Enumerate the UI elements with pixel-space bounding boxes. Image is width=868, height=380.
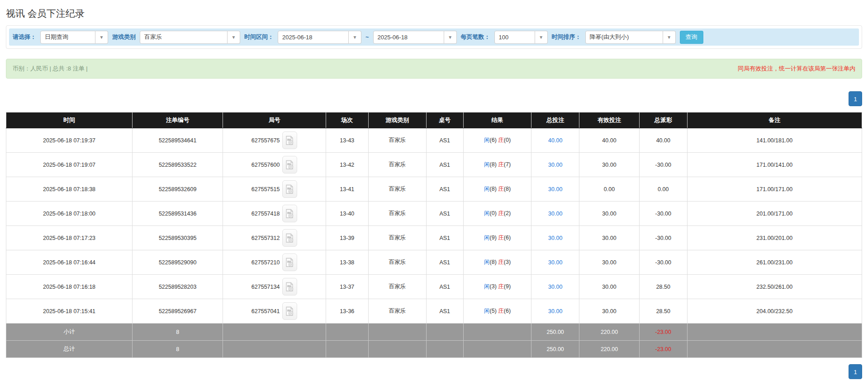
total-bet-link[interactable]: 30.00 xyxy=(548,284,562,290)
cell-game-type: 百家乐 xyxy=(368,128,426,153)
table-row: 2025-06-18 07:18:00 522589531436 6275574… xyxy=(6,202,862,226)
time-sort-value: 降幂(由大到小) xyxy=(585,31,663,44)
video-replay-button[interactable] xyxy=(282,302,297,320)
cell-valid-bet: 30.00 xyxy=(579,299,640,324)
cell-game-type: 百家乐 xyxy=(368,299,426,324)
cell-valid-bet: 30.00 xyxy=(579,202,640,226)
total-payout: -23.00 xyxy=(640,341,688,358)
cell-game-type: 百家乐 xyxy=(368,177,426,202)
total-bet-link[interactable]: 30.00 xyxy=(548,235,562,241)
video-record-icon xyxy=(285,209,294,219)
cell-result: 闲(8) 庄(8) xyxy=(463,177,531,202)
video-record-icon xyxy=(285,306,294,316)
page-size-select[interactable]: 100 ▼ xyxy=(494,31,548,44)
result-player: 闲 xyxy=(484,259,490,265)
chevron-down-icon[interactable]: ▼ xyxy=(535,31,548,44)
date-from-select[interactable]: 2025-06-18 ▼ xyxy=(278,31,361,44)
cell-valid-bet: 30.00 xyxy=(579,226,640,250)
total-bet-link[interactable]: 40.00 xyxy=(548,137,562,144)
cell-game-type: 百家乐 xyxy=(368,153,426,177)
cell-table-no: AS1 xyxy=(426,226,463,250)
cell-game-type: 百家乐 xyxy=(368,250,426,275)
table-row: 2025-06-18 07:17:23 522589530395 6275573… xyxy=(6,226,862,250)
result-player: 闲 xyxy=(484,283,490,290)
total-bet-link[interactable]: 30.00 xyxy=(548,259,562,266)
cell-valid-bet: 30.00 xyxy=(579,153,640,177)
total-bet-link[interactable]: 30.00 xyxy=(548,162,562,168)
cell-result: 闲(3) 庄(9) xyxy=(463,275,531,299)
col-header-game-type: 游戏类别 xyxy=(368,113,426,128)
chevron-down-icon[interactable]: ▼ xyxy=(349,31,361,44)
result-banker: 庄 xyxy=(498,137,504,143)
cell-payout: -30.00 xyxy=(640,250,688,275)
date-from-value: 2025-06-18 xyxy=(278,31,349,44)
time-range-label: 时间区间： xyxy=(244,33,274,41)
cell-payout: 28.50 xyxy=(640,299,688,324)
total-bet-link[interactable]: 30.00 xyxy=(548,186,562,192)
subtotal-valid-bet: 220.00 xyxy=(579,324,640,341)
cell-round-id: 627557600 xyxy=(251,162,280,168)
cell-bet-id: 522589532609 xyxy=(133,177,223,202)
pagination-top: 1 xyxy=(6,91,862,106)
video-replay-button[interactable] xyxy=(282,131,297,149)
video-replay-button[interactable] xyxy=(282,205,297,222)
chevron-down-icon[interactable]: ▼ xyxy=(228,31,240,44)
cell-bet-id: 522589531436 xyxy=(133,202,223,226)
result-player: 闲 xyxy=(484,186,490,192)
video-replay-button[interactable] xyxy=(282,156,297,174)
date-to-select[interactable]: 2025-06-18 ▼ xyxy=(373,31,457,44)
cell-round-id: 627557675 xyxy=(251,137,280,144)
query-type-select[interactable]: 日期查询 ▼ xyxy=(40,31,108,44)
total-bet-link[interactable]: 30.00 xyxy=(548,211,562,217)
cell-note: 232.50/261.00 xyxy=(687,275,862,299)
table-row: 2025-06-18 07:19:07 522589533522 6275576… xyxy=(6,153,862,177)
cell-session: 13-40 xyxy=(326,202,369,226)
page-1-button[interactable]: 1 xyxy=(849,91,862,106)
cell-round-id: 627557418 xyxy=(251,211,280,217)
search-button[interactable]: 查询 xyxy=(680,31,703,44)
cell-payout: 28.50 xyxy=(640,275,688,299)
chevron-down-icon[interactable]: ▼ xyxy=(444,31,457,44)
game-type-label: 游戏类别 xyxy=(112,33,136,41)
cell-game-type: 百家乐 xyxy=(368,275,426,299)
game-type-select[interactable]: 百家乐 ▼ xyxy=(140,31,240,44)
subtotal-label: 小计 xyxy=(6,324,133,341)
cell-result: 闲(8) 庄(7) xyxy=(463,153,531,177)
cell-round-id: 627557515 xyxy=(251,186,280,192)
video-replay-button[interactable] xyxy=(282,278,297,296)
cell-payout: -30.00 xyxy=(640,226,688,250)
video-replay-button[interactable] xyxy=(282,229,297,247)
result-banker: 庄 xyxy=(498,308,504,314)
video-replay-button[interactable] xyxy=(282,180,297,198)
result-player: 闲 xyxy=(484,161,490,168)
cell-note: 171.00/171.00 xyxy=(687,177,862,202)
cell-time: 2025-06-18 07:16:18 xyxy=(6,275,133,299)
cell-payout: 40.00 xyxy=(640,128,688,153)
cell-time: 2025-06-18 07:16:44 xyxy=(6,250,133,275)
cell-session: 13-43 xyxy=(326,128,369,153)
cell-result: 闲(5) 庄(6) xyxy=(463,299,531,324)
cell-time: 2025-06-18 07:17:23 xyxy=(6,226,133,250)
table-row: 2025-06-18 07:19:37 522589534641 6275576… xyxy=(6,128,862,153)
time-sort-select[interactable]: 降幂(由大到小) ▼ xyxy=(585,31,676,44)
col-header-bet-id: 注单编号 xyxy=(133,113,223,128)
col-header-total-bet: 总投注 xyxy=(531,113,579,128)
chevron-down-icon[interactable]: ▼ xyxy=(663,31,676,44)
col-header-session: 场次 xyxy=(326,113,369,128)
total-row: 总计 8 250.00 220.00 -23.00 xyxy=(6,341,862,358)
subtotal-payout: -23.00 xyxy=(640,324,688,341)
cell-time: 2025-06-18 07:18:00 xyxy=(6,202,133,226)
cell-table-no: AS1 xyxy=(426,177,463,202)
date-to-value: 2025-06-18 xyxy=(373,31,444,44)
video-replay-button[interactable] xyxy=(282,253,297,271)
cell-bet-id: 522589530395 xyxy=(133,226,223,250)
range-tilde: ~ xyxy=(365,34,369,41)
total-bet-link[interactable]: 30.00 xyxy=(548,308,562,314)
page-1-button[interactable]: 1 xyxy=(849,364,862,379)
cell-table-no: AS1 xyxy=(426,299,463,324)
cell-table-no: AS1 xyxy=(426,275,463,299)
query-type-value: 日期查询 xyxy=(40,31,95,44)
page-container: 视讯 会员下注纪录 请选择： 日期查询 ▼ 游戏类别 百家乐 ▼ 时间区间： 2… xyxy=(0,7,868,379)
chevron-down-icon[interactable]: ▼ xyxy=(95,31,108,44)
table-row: 2025-06-18 07:18:38 522589532609 6275575… xyxy=(6,177,862,202)
